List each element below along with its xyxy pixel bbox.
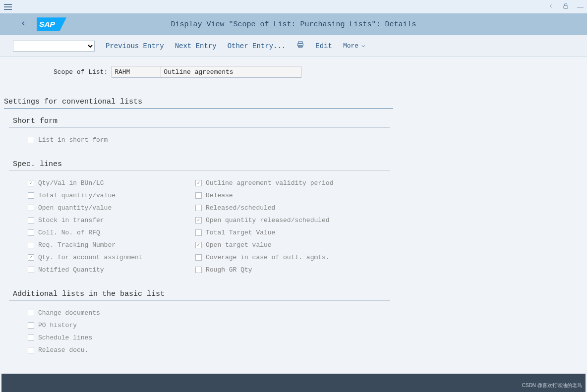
checkbox[interactable] xyxy=(195,267,202,273)
checkbox-row: Open quantity/value xyxy=(9,202,176,214)
checkbox-row: Rough GR Qty xyxy=(176,264,344,276)
other-entry-button[interactable]: Other Entry... xyxy=(228,42,286,50)
header: SAP Display View "Scope of List: Purchas… xyxy=(0,13,587,35)
edit-button[interactable]: Edit xyxy=(315,42,332,50)
checkbox-row: Released/scheduled xyxy=(176,202,344,214)
checkbox-row: Release xyxy=(176,189,344,202)
list-short-checkbox[interactable] xyxy=(28,137,34,143)
checkbox-label: Open quantity/value xyxy=(38,204,112,212)
checkbox-label: Release xyxy=(206,192,233,199)
checkbox[interactable] xyxy=(28,242,34,248)
checkbox[interactable] xyxy=(28,267,34,273)
checkbox-row: PO history xyxy=(9,319,583,332)
checkbox-row: Coverage in case of outl. agmts. xyxy=(176,251,344,264)
checkbox[interactable] xyxy=(28,192,34,199)
back-icon[interactable] xyxy=(547,2,554,11)
checkbox-row: Outline agreement validity period xyxy=(176,177,344,189)
additional-title: Additional lists in the basic list xyxy=(9,288,390,301)
checkbox-row: Total Target Value xyxy=(176,226,344,239)
toolbar-select[interactable] xyxy=(13,41,95,52)
scope-desc-input[interactable] xyxy=(161,66,301,78)
spec-lines-grid: Qty/Val in BUn/LCOutline agreement valid… xyxy=(9,177,583,276)
checkbox-label: Schedule lines xyxy=(38,334,92,341)
checkbox[interactable] xyxy=(195,217,202,224)
short-form-title: Short form xyxy=(9,115,390,128)
checkbox-label: Outline agreement validity period xyxy=(206,179,333,187)
svg-rect-0 xyxy=(564,5,568,8)
checkbox[interactable] xyxy=(195,229,202,236)
scope-value-input[interactable] xyxy=(112,66,161,78)
checkbox[interactable] xyxy=(28,217,34,224)
checkbox-label: Released/scheduled xyxy=(206,204,275,212)
checkbox[interactable] xyxy=(28,205,34,211)
checkbox[interactable] xyxy=(28,347,34,353)
checkbox-row: Open quantity released/scheduled xyxy=(176,214,344,226)
checkbox-label: Rough GR Qty xyxy=(206,266,252,274)
checkbox-row: Open target value xyxy=(176,239,344,251)
scope-label: Scope of List: xyxy=(54,68,108,76)
checkbox-row: Req. Tracking Number xyxy=(9,239,176,251)
print-icon[interactable] xyxy=(296,41,304,51)
checkbox-label: Coverage in case of outl. agmts. xyxy=(206,254,330,261)
checkbox[interactable] xyxy=(28,229,34,236)
sap-logo: SAP xyxy=(37,17,66,31)
checkbox-row: Schedule lines xyxy=(9,332,583,344)
checkbox[interactable] xyxy=(28,310,34,316)
page-title: Display View "Scope of List: Purchasing … xyxy=(171,20,416,29)
checkbox-label: Coll. No. of RFQ xyxy=(38,229,100,236)
back-button[interactable] xyxy=(20,19,27,30)
footer xyxy=(1,374,586,392)
minimize-icon[interactable]: — xyxy=(577,3,583,10)
lock-icon[interactable] xyxy=(562,2,569,11)
checkbox-label: Qty. for account assignment xyxy=(38,254,143,261)
scope-row: Scope of List: xyxy=(4,66,583,78)
next-entry-button[interactable]: Next Entry xyxy=(175,42,217,50)
checkbox-label: Total Target Value xyxy=(206,229,275,236)
content: Scope of List: Settings for conventional… xyxy=(0,57,587,377)
checkbox-row: Qty. for account assignment xyxy=(9,251,176,264)
toolbar: Previous Entry Next Entry Other Entry...… xyxy=(0,35,587,57)
more-button[interactable]: More xyxy=(343,42,366,50)
menu-icon[interactable] xyxy=(4,4,12,10)
checkbox-label: Qty/Val in BUn/LC xyxy=(38,179,104,187)
checkbox-label: Change documents xyxy=(38,309,100,317)
svg-text:SAP: SAP xyxy=(39,20,55,28)
checkbox-row: Change documents xyxy=(9,307,583,319)
short-form-row: List in short form xyxy=(9,134,583,146)
more-label: More xyxy=(343,42,358,50)
checkbox-label: Open quantity released/scheduled xyxy=(206,217,330,224)
checkbox-row: Release docu. xyxy=(9,344,583,356)
topbar: — xyxy=(0,0,587,13)
checkbox-label: Open target value xyxy=(206,241,272,249)
checkbox[interactable] xyxy=(195,254,202,261)
checkbox[interactable] xyxy=(195,205,202,211)
checkbox[interactable] xyxy=(28,335,34,341)
checkbox-row: Coll. No. of RFQ xyxy=(9,226,176,239)
checkbox[interactable] xyxy=(28,254,34,261)
checkbox-label: Release docu. xyxy=(38,346,88,354)
checkbox-row: Total quantity/value xyxy=(9,189,176,202)
checkbox[interactable] xyxy=(195,192,202,199)
watermark: CSDN @喜欢打酱油的老鸟 xyxy=(522,382,582,389)
checkbox-label: Total quantity/value xyxy=(38,192,116,199)
list-short-label: List in short form xyxy=(38,136,108,144)
checkbox-row: Qty/Val in BUn/LC xyxy=(9,177,176,189)
checkbox[interactable] xyxy=(28,180,34,186)
checkbox-label: Notified Quantity xyxy=(38,266,104,274)
checkbox-label: Stock in transfer xyxy=(38,217,104,224)
checkbox[interactable] xyxy=(28,322,34,329)
previous-entry-button[interactable]: Previous Entry xyxy=(106,42,164,50)
checkbox-label: Req. Tracking Number xyxy=(38,241,116,249)
checkbox[interactable] xyxy=(195,242,202,248)
spec-lines-title: Spec. lines xyxy=(9,158,390,171)
chevron-down-icon xyxy=(360,43,366,49)
checkbox-row: Stock in transfer xyxy=(9,214,176,226)
checkbox-row: Notified Quantity xyxy=(9,264,176,276)
checkbox[interactable] xyxy=(195,180,202,186)
additional-list: Change documentsPO historySchedule lines… xyxy=(9,307,583,356)
checkbox-label: PO history xyxy=(38,322,77,329)
settings-section-title: Settings for conventional lists xyxy=(4,96,393,109)
